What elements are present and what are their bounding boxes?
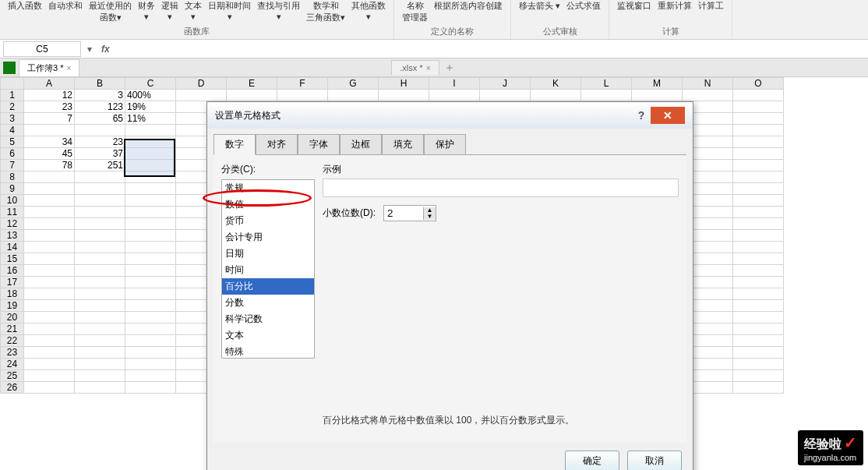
cell[interactable]: 23 (75, 136, 125, 148)
cell[interactable] (24, 195, 75, 207)
cell[interactable] (632, 90, 683, 101)
row-header[interactable]: 17 (1, 277, 24, 288)
column-header[interactable]: J (480, 78, 531, 90)
cell[interactable] (733, 125, 784, 136)
cell[interactable] (733, 90, 784, 101)
row-header[interactable]: 16 (1, 265, 24, 277)
row-header[interactable]: 3 (1, 113, 24, 125)
row-header[interactable]: 20 (1, 312, 24, 323)
cell[interactable] (24, 335, 75, 347)
cell[interactable] (733, 300, 784, 312)
ribbon-button[interactable]: 名称管理器 (402, 0, 428, 23)
cell[interactable] (75, 218, 125, 230)
cancel-button[interactable]: 取消 (627, 451, 682, 470)
row-header[interactable]: 15 (1, 253, 24, 265)
column-header[interactable]: H (379, 78, 429, 90)
column-header[interactable]: M (632, 78, 683, 90)
cell[interactable] (733, 195, 784, 207)
cell[interactable] (125, 253, 176, 265)
cell[interactable] (75, 359, 125, 370)
row-header[interactable]: 14 (1, 242, 24, 253)
ok-button[interactable]: 确定 (565, 451, 619, 470)
cell[interactable]: 78 (24, 160, 75, 171)
column-header[interactable]: O (733, 78, 784, 90)
cell[interactable] (24, 183, 75, 195)
cell[interactable] (125, 195, 176, 207)
cell[interactable] (24, 370, 75, 382)
cell[interactable] (733, 218, 784, 230)
cell[interactable] (277, 90, 328, 101)
cell[interactable]: 37 (75, 148, 125, 160)
cell[interactable] (24, 300, 75, 312)
dialog-tab[interactable]: 对齐 (256, 134, 298, 155)
column-header[interactable]: B (75, 78, 125, 90)
ribbon-button[interactable]: 逻辑▾ (161, 0, 178, 22)
cell[interactable] (733, 207, 784, 218)
cell[interactable] (24, 312, 75, 323)
cell[interactable] (24, 347, 75, 359)
cell[interactable]: 45 (24, 148, 75, 160)
cell[interactable] (75, 300, 125, 312)
ribbon-button[interactable]: 文本▾ (185, 0, 202, 22)
doc-tab-1[interactable]: 工作簿3 * × (19, 59, 79, 76)
cell[interactable] (125, 370, 176, 382)
row-header[interactable]: 5 (1, 136, 24, 148)
cell[interactable] (125, 265, 176, 277)
cell[interactable] (733, 113, 784, 125)
category-item[interactable]: 特殊 (222, 344, 314, 359)
cell[interactable]: 251 (75, 160, 125, 171)
category-list[interactable]: 常规数值货币会计专用日期时间百分比分数科学记数文本特殊自定义 (221, 179, 315, 359)
ribbon-button[interactable]: 重新计算 (658, 0, 692, 12)
cell[interactable] (125, 300, 176, 312)
row-header[interactable]: 11 (1, 207, 24, 218)
row-header[interactable]: 12 (1, 218, 24, 230)
dialog-titlebar[interactable]: 设置单元格格式 ? ✕ (207, 102, 693, 129)
cell[interactable]: 19% (125, 101, 176, 113)
close-icon[interactable]: × (426, 64, 431, 72)
ribbon-button[interactable]: 其他函数▾ (351, 0, 386, 22)
cell[interactable] (75, 242, 125, 253)
cell[interactable] (379, 90, 429, 101)
column-header[interactable]: F (277, 78, 328, 90)
cell[interactable] (75, 207, 125, 218)
cell[interactable] (733, 171, 784, 183)
formula-input[interactable] (116, 41, 868, 57)
row-header[interactable]: 13 (1, 230, 24, 242)
category-item[interactable]: 会计专用 (222, 229, 314, 246)
cell[interactable] (125, 312, 176, 323)
category-item[interactable]: 数值 (222, 196, 314, 213)
category-item[interactable]: 分数 (222, 295, 314, 311)
cell[interactable]: 12 (24, 90, 75, 101)
column-header[interactable]: I (429, 78, 480, 90)
decimal-input[interactable] (384, 206, 423, 221)
ribbon-button[interactable]: 监视窗口 (617, 0, 651, 12)
cell[interactable] (733, 312, 784, 323)
cell[interactable] (75, 195, 125, 207)
ribbon-button[interactable]: 财务▾ (138, 0, 155, 22)
ribbon-button[interactable]: 自动求和 (48, 0, 83, 12)
cell[interactable] (24, 242, 75, 253)
column-header[interactable]: K (531, 78, 581, 90)
cell[interactable] (75, 323, 125, 335)
cell[interactable] (733, 323, 784, 335)
cell[interactable] (75, 312, 125, 323)
ribbon-button[interactable]: 移去箭头 ▾ (519, 0, 560, 12)
category-item[interactable]: 百分比 (222, 278, 314, 295)
cell[interactable] (733, 136, 784, 148)
close-icon[interactable]: × (66, 64, 71, 72)
row-header[interactable]: 23 (1, 347, 24, 359)
cell[interactable] (429, 90, 480, 101)
category-item[interactable]: 日期 (222, 246, 314, 262)
cell[interactable] (75, 171, 125, 183)
cell[interactable] (733, 382, 784, 394)
doc-tab-2[interactable]: .xlsx * × (391, 60, 439, 75)
ribbon-button[interactable]: 最近使用的函数▾ (89, 0, 132, 23)
row-header[interactable]: 2 (1, 101, 24, 113)
cell[interactable] (75, 382, 125, 394)
cell[interactable] (24, 265, 75, 277)
new-tab-icon[interactable]: ＋ (444, 61, 455, 75)
cell[interactable]: 65 (75, 113, 125, 125)
cell[interactable] (733, 148, 784, 160)
cell[interactable] (125, 125, 176, 136)
cell[interactable]: 3 (75, 90, 125, 101)
